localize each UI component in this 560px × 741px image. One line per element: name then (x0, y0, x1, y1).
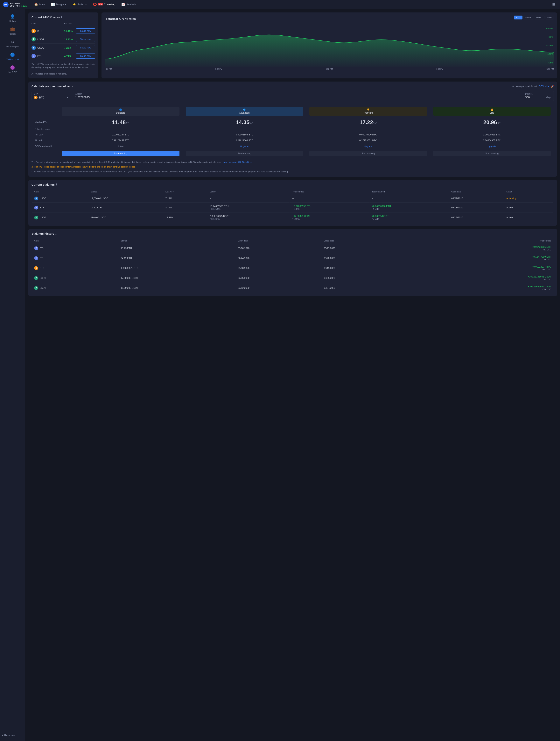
logo-icon: PX (3, 2, 9, 7)
staking-usdc-icon: $ (34, 197, 38, 200)
elite-allperiod: 0.36204965 BTC (430, 138, 554, 143)
cov-boost-link[interactable]: COV token (539, 85, 550, 88)
coin-cell-btc: ₿ BTC (31, 29, 64, 33)
elite-membership: Upgrade (430, 143, 554, 149)
advanced-allperiod: 0.22628066 BTC (182, 138, 307, 143)
chart-x-label-4: 4:00 PM (436, 68, 443, 70)
hist-coin-4: ₮ USDT (32, 273, 118, 283)
standard-apy-suffix: %* (126, 122, 129, 125)
current-stakings-info-icon[interactable]: ℹ (56, 183, 57, 186)
standard-btn-cell: Start earning (59, 149, 182, 158)
staking-eth-icon: Ξ (34, 206, 38, 210)
tab-turbo[interactable]: ⚡ Turbo ▾ (70, 0, 89, 9)
sidebar-label-yield: Yield account (6, 58, 19, 61)
turbo-dropdown-icon: ▾ (85, 3, 87, 6)
sidebar-item-my-cov[interactable]: 🟣 My COV (0, 63, 25, 76)
current-apy-info-icon[interactable]: ℹ (61, 16, 62, 19)
sidebar-item-rating[interactable]: 👤 Rating (0, 12, 25, 24)
hist-earned-4: +369.93166666 USDT =369 USD (407, 273, 553, 283)
elite-apy-value: 20.96 (483, 119, 497, 125)
standard-start-earning-button[interactable]: Start earning (62, 151, 179, 156)
sidebar: 👤 Rating 💼 Portfolio 🗂 My Strategies 🔵 Y… (0, 9, 25, 741)
main-content: Current APY % rates ℹ Coin Est. APY ₿ BT… (25, 9, 560, 741)
calculator-header: Calculate your estimated return ℹ Increa… (31, 85, 554, 88)
premium-start-earning-button[interactable]: Start earning (309, 151, 427, 156)
hamburger-menu-button[interactable]: ☰ (551, 1, 557, 8)
hist-coin-1: Ξ ETH (32, 244, 118, 253)
advanced-apy-suffix: %* (249, 122, 253, 125)
stakings-history-panel: Stakings history ℹ Coin Staked Open date… (28, 229, 557, 296)
tier-row-perday: Per day 0.00050284 BTC 0.00062855 BTC 0.… (31, 132, 554, 138)
staking-usdc-date: 03/27/2020 (449, 195, 504, 203)
stakings-history-info-icon[interactable]: ℹ (56, 232, 56, 235)
stake-btc-button[interactable]: Stake now (76, 28, 95, 33)
home-icon: 🏠 (34, 3, 38, 6)
coin-input-row[interactable]: ₿ BTC ▾ (34, 96, 68, 99)
sidebar-item-my-strategies[interactable]: 🗂 My Strategies (0, 38, 25, 50)
hist-earned-3: +0.00223237 BTC =139.52 USD (407, 264, 553, 273)
col-today-earned: Today earned (370, 189, 449, 194)
calculator-inputs: Coin ₿ BTC ▾ Amount 1.57686875 Duration … (31, 91, 554, 101)
staking-eth-status: Active (504, 203, 553, 212)
margin-icon: 📊 (51, 3, 55, 6)
hist-staked-3: 1.00006875 BTC (118, 264, 235, 273)
usdt-coin-icon: ₮ (31, 37, 36, 42)
history-row-1: Ξ ETH 13.23 ETH 03/10/2020 03/27/2020 +0… (32, 244, 553, 253)
hist-usdt-icon-2: ₮ (34, 286, 38, 290)
hist-open-2: 02/24/2020 (235, 254, 321, 263)
hist-staked-4: 17,300.00 USDT (118, 273, 235, 283)
advanced-apy-value: 14.35 (236, 119, 249, 125)
duration-input-group[interactable]: Duration 360 days (523, 91, 554, 101)
advanced-btn-cell: Start earning (182, 149, 307, 158)
elite-upgrade-link[interactable]: Upgrade (488, 145, 496, 147)
tab-margin[interactable]: 📊 Margin ▾ (48, 0, 69, 9)
hist-staked-1: 13.23 ETH (118, 244, 235, 253)
tier-table-empty-header (31, 105, 59, 118)
chart-x-label-1: 1:00 PM (105, 68, 112, 70)
stake-eth-button[interactable]: Stake now (76, 54, 95, 59)
tab-analysis[interactable]: 📈 Analysis (118, 0, 139, 9)
coin-cell-usdt: ₮ USDT (31, 37, 64, 42)
tab-covesting[interactable]: ⭕ HOT Covesting (90, 0, 118, 9)
elite-start-earning-button[interactable]: Start earning (433, 151, 551, 156)
apy-table: Coin Est. APY ₿ BTC 11.48% Stake now (31, 21, 95, 60)
hist-close-3: 03/15/2020 (321, 264, 407, 273)
elite-perday: 0.00100569 BTC (430, 132, 554, 138)
sidebar-item-portfolio[interactable]: 💼 Portfolio (0, 24, 25, 38)
amount-input-group[interactable]: Amount 1.57686875 (73, 91, 520, 101)
hist-staked-5: 15,000.00 USDT (118, 283, 235, 293)
chart-tab-usdc[interactable]: USDC (534, 15, 545, 19)
hist-eth-icon-2: Ξ (34, 256, 38, 260)
col-coin: Coin (32, 189, 88, 194)
perday-label: Per day (31, 132, 59, 138)
sidebar-item-yield-account[interactable]: 🔵 Yield account (0, 50, 25, 63)
staking-usdt-date: 03/12/2020 (449, 213, 504, 222)
advanced-upgrade-link[interactable]: Upgrade (240, 145, 248, 147)
btc-apy-value: 11.48% (64, 29, 76, 32)
tab-main[interactable]: 🏠 Main (31, 0, 48, 9)
tier-row-estimated-label: Estimated return (31, 127, 554, 132)
stake-usdc-button[interactable]: Stake now (76, 45, 95, 50)
chart-tab-eth[interactable]: ETH (545, 15, 554, 19)
defi-staking-link[interactable]: Learn more about DeFi staking. (222, 161, 252, 163)
advanced-start-earning-button[interactable]: Start earning (186, 151, 303, 156)
rocket-icon: 🚀 (551, 85, 554, 88)
hist-col-earned: Total earned (407, 239, 553, 243)
stake-usdt-button[interactable]: Stake now (76, 37, 95, 42)
disclaimer-text-2: *The yield rates reflected above are cal… (31, 170, 554, 174)
calculator-info-icon[interactable]: ℹ (76, 85, 77, 88)
tier-row-allperiod: All period 0.18102453 BTC 0.22628066 BTC… (31, 138, 554, 143)
coin-input-group: Coin ₿ BTC ▾ (31, 91, 70, 101)
allperiod-label: All period (31, 138, 59, 143)
hide-menu-button[interactable]: ◀ Hide menu (0, 732, 25, 739)
premium-upgrade-link[interactable]: Upgrade (364, 145, 372, 147)
chart-tab-btc[interactable]: BTC (514, 15, 523, 19)
apy-note: Yield (APY%) is an estimated number whic… (31, 62, 95, 75)
hist-open-1: 03/10/2020 (235, 244, 321, 253)
staking-usdt-total: +12.50925 USDT =12 USD (290, 213, 369, 222)
history-tbody: Ξ ETH 13.23 ETH 03/10/2020 03/27/2020 +0… (32, 244, 553, 293)
coin-dropdown-icon[interactable]: ▾ (67, 96, 68, 99)
hist-usdt-icon-1: ₮ (34, 276, 38, 280)
staking-coin-eth: Ξ ETH (32, 203, 88, 212)
chart-tab-usdt[interactable]: USDT (523, 15, 533, 19)
